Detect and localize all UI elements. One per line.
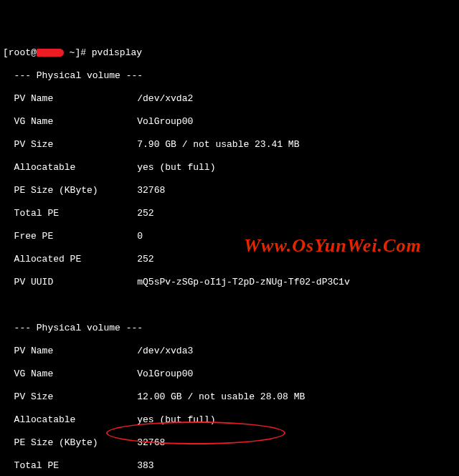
pv1-header: --- Physical volume --- <box>3 70 456 82</box>
pv2-size: PV Size 12.00 GB / not usable 28.08 MB <box>3 391 456 403</box>
pv2-pesize: PE Size (KByte) 32768 <box>3 437 456 449</box>
pv2-vgname: VG Name VolGroup00 <box>3 368 456 380</box>
pv2-alloc: Allocatable yes (but full) <box>3 414 456 426</box>
blank-1 <box>3 300 456 311</box>
pv1-pesize: PE Size (KByte) 32768 <box>3 185 456 196</box>
pv1-uuid: PV UUID mQ5sPv-zSGp-oI1j-T2pD-zNUg-Tf02-… <box>3 277 456 288</box>
pv2-header: --- Physical volume --- <box>3 323 456 334</box>
pv1-size: PV Size 7.90 GB / not usable 23.41 MB <box>3 139 456 151</box>
pv1-name: PV Name /dev/xvda2 <box>3 93 456 105</box>
pv2-name: PV Name /dev/xvda3 <box>3 346 456 357</box>
pv1-totalpe: Total PE 252 <box>3 208 456 219</box>
pv1-alloc: Allocatable yes (but full) <box>3 162 456 173</box>
watermark-text: Www.OsYunWei.Com <box>244 240 422 252</box>
pv2-totalpe: Total PE 383 <box>3 460 456 472</box>
prompt-line-1: [root@ ~]# pvdisplay <box>3 47 456 59</box>
pv1-vgname: VG Name VolGroup00 <box>3 116 456 128</box>
redacted-host-1 <box>37 49 64 57</box>
